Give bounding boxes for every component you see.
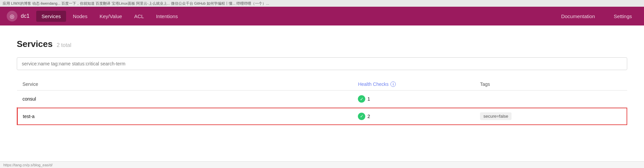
health-cell: ✓ 2 <box>358 113 469 120</box>
col-header-tags: Tags <box>475 78 627 91</box>
nav-item-intentions[interactable]: Intentions <box>151 11 183 22</box>
health-check-icon: ✓ <box>358 113 365 120</box>
tags-cell <box>475 91 627 108</box>
col-header-service: Service <box>17 78 353 91</box>
page-header: Services 2 total <box>17 39 627 49</box>
nav-item-services[interactable]: Services <box>36 11 66 22</box>
tags-cell: secure=false <box>475 108 627 125</box>
main-content: Services 2 total Service Health Checks i… <box>0 25 644 138</box>
nav-item-keyvalue[interactable]: Key/Value <box>94 11 127 22</box>
services-table: Service Health Checks i Tags consul <box>17 78 627 125</box>
table-header-row: Service Health Checks i Tags <box>17 78 627 91</box>
nav-item-settings[interactable]: Settings <box>608 11 637 22</box>
health-count: 2 <box>367 114 370 119</box>
col-header-health: Health Checks i <box>353 78 475 91</box>
page-count: 2 total <box>57 42 71 48</box>
browser-tab-bar: 应用 LIWX的博客 动态-liwendang... 百度一下，你就知道 百度翻… <box>0 0 644 7</box>
service-name: test-a <box>23 114 35 119</box>
page-title: Services <box>17 39 53 49</box>
health-check-icon: ✓ <box>358 95 365 103</box>
navbar-right: Documentation Settings <box>556 11 637 22</box>
search-input[interactable] <box>17 57 627 70</box>
health-info-icon[interactable]: i <box>390 81 396 87</box>
navbar: ◎ dc1 Services Nodes Key/Value ACL Inten… <box>0 7 644 25</box>
brand-logo-icon: ◎ <box>7 11 17 21</box>
nav-item-nodes[interactable]: Nodes <box>67 11 93 22</box>
brand[interactable]: ◎ dc1 <box>7 11 30 21</box>
health-cell: ✓ 1 <box>358 95 469 103</box>
nav-item-documentation[interactable]: Documentation <box>556 11 600 22</box>
service-name: consul <box>22 96 36 102</box>
table-row[interactable]: test-a ✓ 2 secure=false <box>17 108 627 125</box>
nav-item-acl[interactable]: ACL <box>129 11 149 22</box>
table-row[interactable]: consul ✓ 1 <box>17 91 627 108</box>
navbar-nav: Services Nodes Key/Value ACL Intentions <box>36 11 556 22</box>
tag-badge: secure=false <box>480 112 512 120</box>
brand-name: dc1 <box>21 13 30 19</box>
health-count: 1 <box>367 96 370 102</box>
